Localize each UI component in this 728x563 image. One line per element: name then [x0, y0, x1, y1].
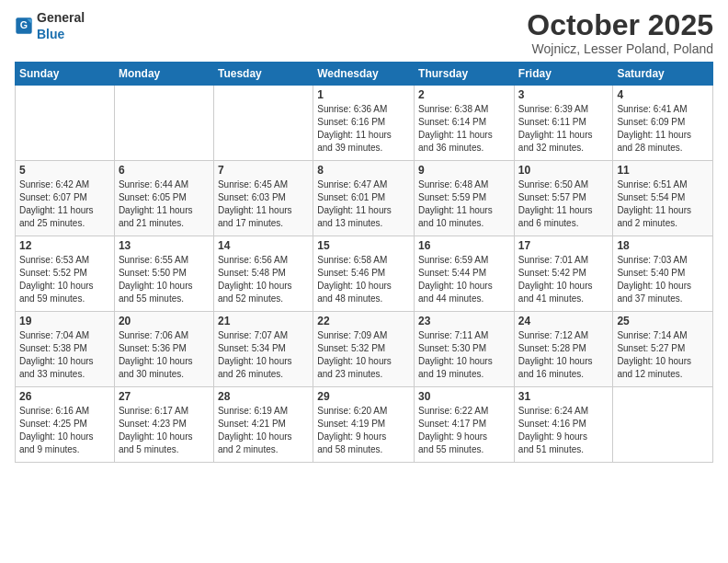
calendar-cell	[213, 86, 313, 161]
day-number: 7	[218, 164, 309, 177]
day-info: Sunrise: 7:09 AM Sunset: 5:32 PM Dayligh…	[317, 329, 410, 381]
calendar-cell: 17Sunrise: 7:01 AM Sunset: 5:42 PM Dayli…	[514, 236, 613, 312]
calendar-cell: 8Sunrise: 6:47 AM Sunset: 6:01 PM Daylig…	[313, 161, 415, 236]
day-info: Sunrise: 6:38 AM Sunset: 6:14 PM Dayligh…	[418, 103, 510, 155]
header: G General Blue October 2025 Wojnicz, Les…	[15, 9, 713, 56]
day-info: Sunrise: 7:11 AM Sunset: 5:30 PM Dayligh…	[418, 329, 510, 381]
calendar-cell: 13Sunrise: 6:55 AM Sunset: 5:50 PM Dayli…	[114, 236, 213, 312]
calendar-cell	[613, 387, 713, 463]
calendar-cell: 26Sunrise: 6:16 AM Sunset: 4:25 PM Dayli…	[16, 387, 115, 463]
calendar-week-row: 19Sunrise: 7:04 AM Sunset: 5:38 PM Dayli…	[16, 312, 713, 387]
day-info: Sunrise: 7:12 AM Sunset: 5:28 PM Dayligh…	[518, 329, 609, 381]
weekday-header-row: SundayMondayTuesdayWednesdayThursdayFrid…	[16, 63, 713, 86]
day-info: Sunrise: 6:58 AM Sunset: 5:46 PM Dayligh…	[317, 254, 410, 305]
calendar-cell: 28Sunrise: 6:19 AM Sunset: 4:21 PM Dayli…	[213, 387, 313, 463]
day-number: 30	[418, 390, 510, 403]
calendar-cell: 18Sunrise: 7:03 AM Sunset: 5:40 PM Dayli…	[613, 236, 713, 312]
day-number: 22	[317, 315, 410, 327]
day-number: 6	[119, 164, 210, 177]
day-number: 24	[518, 315, 609, 327]
calendar-cell: 12Sunrise: 6:53 AM Sunset: 5:52 PM Dayli…	[16, 236, 115, 312]
day-info: Sunrise: 6:56 AM Sunset: 5:48 PM Dayligh…	[218, 254, 309, 305]
day-info: Sunrise: 7:04 AM Sunset: 5:38 PM Dayligh…	[19, 329, 110, 381]
weekday-header: Friday	[514, 63, 613, 86]
calendar-cell: 5Sunrise: 6:42 AM Sunset: 6:07 PM Daylig…	[16, 161, 115, 236]
calendar-cell: 21Sunrise: 7:07 AM Sunset: 5:34 PM Dayli…	[213, 312, 313, 387]
page-container: G General Blue October 2025 Wojnicz, Les…	[0, 0, 728, 470]
calendar-week-row: 1Sunrise: 6:36 AM Sunset: 6:16 PM Daylig…	[16, 86, 713, 161]
logo-text: General Blue	[37, 9, 85, 42]
calendar-cell: 22Sunrise: 7:09 AM Sunset: 5:32 PM Dayli…	[313, 312, 415, 387]
calendar-cell: 16Sunrise: 6:59 AM Sunset: 5:44 PM Dayli…	[415, 236, 515, 312]
day-number: 23	[418, 315, 510, 327]
weekday-header: Saturday	[613, 63, 713, 86]
calendar-cell: 7Sunrise: 6:45 AM Sunset: 6:03 PM Daylig…	[213, 161, 313, 236]
day-number: 12	[19, 239, 110, 252]
logo-icon: G	[15, 17, 33, 35]
day-number: 11	[617, 164, 709, 177]
day-info: Sunrise: 7:07 AM Sunset: 5:34 PM Dayligh…	[218, 329, 309, 381]
day-number: 26	[19, 390, 110, 403]
day-number: 19	[19, 315, 110, 327]
day-info: Sunrise: 6:50 AM Sunset: 5:57 PM Dayligh…	[518, 178, 609, 230]
day-info: Sunrise: 6:17 AM Sunset: 4:23 PM Dayligh…	[119, 405, 210, 456]
weekday-header: Tuesday	[213, 63, 313, 86]
calendar-cell: 29Sunrise: 6:20 AM Sunset: 4:19 PM Dayli…	[313, 387, 415, 463]
calendar-cell: 14Sunrise: 6:56 AM Sunset: 5:48 PM Dayli…	[213, 236, 313, 312]
day-info: Sunrise: 6:36 AM Sunset: 6:16 PM Dayligh…	[317, 103, 410, 155]
day-number: 15	[317, 239, 410, 252]
calendar-week-row: 12Sunrise: 6:53 AM Sunset: 5:52 PM Dayli…	[16, 236, 713, 312]
day-number: 14	[218, 239, 309, 252]
day-info: Sunrise: 7:06 AM Sunset: 5:36 PM Dayligh…	[119, 329, 210, 381]
weekday-header: Wednesday	[313, 63, 415, 86]
day-info: Sunrise: 6:39 AM Sunset: 6:11 PM Dayligh…	[518, 103, 609, 155]
calendar-cell: 30Sunrise: 6:22 AM Sunset: 4:17 PM Dayli…	[415, 387, 515, 463]
day-number: 16	[418, 239, 510, 252]
day-number: 10	[518, 164, 609, 177]
calendar-cell: 23Sunrise: 7:11 AM Sunset: 5:30 PM Dayli…	[415, 312, 515, 387]
day-number: 29	[317, 390, 410, 403]
day-number: 1	[317, 88, 410, 101]
calendar-cell: 24Sunrise: 7:12 AM Sunset: 5:28 PM Dayli…	[514, 312, 613, 387]
day-number: 9	[418, 164, 510, 177]
calendar-cell: 27Sunrise: 6:17 AM Sunset: 4:23 PM Dayli…	[114, 387, 213, 463]
calendar-cell: 6Sunrise: 6:44 AM Sunset: 6:05 PM Daylig…	[114, 161, 213, 236]
calendar-cell: 2Sunrise: 6:38 AM Sunset: 6:14 PM Daylig…	[415, 86, 515, 161]
calendar-cell: 11Sunrise: 6:51 AM Sunset: 5:54 PM Dayli…	[613, 161, 713, 236]
calendar-cell: 10Sunrise: 6:50 AM Sunset: 5:57 PM Dayli…	[514, 161, 613, 236]
calendar-week-row: 5Sunrise: 6:42 AM Sunset: 6:07 PM Daylig…	[16, 161, 713, 236]
day-number: 13	[119, 239, 210, 252]
calendar-cell: 31Sunrise: 6:24 AM Sunset: 4:16 PM Dayli…	[514, 387, 613, 463]
calendar-cell	[16, 86, 115, 161]
title-block: October 2025 Wojnicz, Lesser Poland, Pol…	[527, 9, 713, 56]
day-info: Sunrise: 7:14 AM Sunset: 5:27 PM Dayligh…	[617, 329, 709, 381]
day-info: Sunrise: 6:47 AM Sunset: 6:01 PM Dayligh…	[317, 178, 410, 230]
day-number: 18	[617, 239, 709, 252]
day-number: 28	[218, 390, 309, 403]
svg-text:G: G	[20, 19, 28, 30]
calendar-cell: 19Sunrise: 7:04 AM Sunset: 5:38 PM Dayli…	[16, 312, 115, 387]
day-number: 3	[518, 88, 609, 101]
calendar-cell: 15Sunrise: 6:58 AM Sunset: 5:46 PM Dayli…	[313, 236, 415, 312]
logo-general: General	[37, 10, 85, 25]
day-info: Sunrise: 6:53 AM Sunset: 5:52 PM Dayligh…	[19, 254, 110, 305]
calendar-cell: 1Sunrise: 6:36 AM Sunset: 6:16 PM Daylig…	[313, 86, 415, 161]
day-number: 25	[617, 315, 709, 327]
weekday-header: Thursday	[415, 63, 515, 86]
day-number: 5	[19, 164, 110, 177]
location-title: Wojnicz, Lesser Poland, Poland	[527, 41, 713, 56]
day-info: Sunrise: 6:20 AM Sunset: 4:19 PM Dayligh…	[317, 405, 410, 456]
calendar-cell: 4Sunrise: 6:41 AM Sunset: 6:09 PM Daylig…	[613, 86, 713, 161]
weekday-header: Monday	[114, 63, 213, 86]
day-info: Sunrise: 6:59 AM Sunset: 5:44 PM Dayligh…	[418, 254, 510, 305]
day-info: Sunrise: 7:01 AM Sunset: 5:42 PM Dayligh…	[518, 254, 609, 305]
day-info: Sunrise: 6:55 AM Sunset: 5:50 PM Dayligh…	[119, 254, 210, 305]
day-number: 17	[518, 239, 609, 252]
day-info: Sunrise: 6:22 AM Sunset: 4:17 PM Dayligh…	[418, 405, 510, 456]
day-info: Sunrise: 6:19 AM Sunset: 4:21 PM Dayligh…	[218, 405, 309, 456]
day-info: Sunrise: 6:24 AM Sunset: 4:16 PM Dayligh…	[518, 405, 609, 456]
calendar-cell: 3Sunrise: 6:39 AM Sunset: 6:11 PM Daylig…	[514, 86, 613, 161]
day-number: 31	[518, 390, 609, 403]
day-info: Sunrise: 6:51 AM Sunset: 5:54 PM Dayligh…	[617, 178, 709, 230]
day-info: Sunrise: 6:42 AM Sunset: 6:07 PM Dayligh…	[19, 178, 110, 230]
